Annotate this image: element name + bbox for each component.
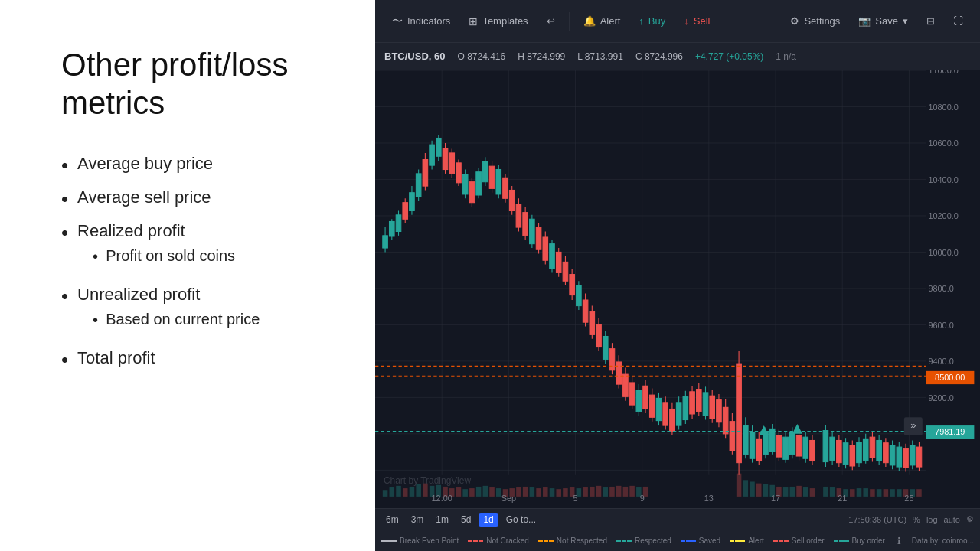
- layout-button[interactable]: ⊟: [919, 11, 942, 31]
- auto-mode[interactable]: auto: [944, 515, 960, 524]
- toolbar-divider: [569, 12, 570, 31]
- svg-rect-217: [536, 488, 541, 497]
- svg-rect-175: [857, 442, 862, 463]
- chart-area[interactable]: 11000.0 10800.0 10600.0 10400.0 10200.0 …: [375, 70, 980, 508]
- svg-rect-150: [769, 429, 775, 451]
- svg-rect-43: [416, 174, 421, 197]
- svg-rect-101: [609, 349, 615, 370]
- goto-button[interactable]: Go to...: [501, 513, 541, 527]
- svg-text:9600.0: 9600.0: [928, 321, 953, 330]
- timeframe-5d[interactable]: 5d: [456, 513, 475, 527]
- alert-button[interactable]: 🔔 Alert: [576, 11, 629, 31]
- svg-rect-238: [763, 484, 769, 497]
- realized-profit-label: Realized profit: [77, 221, 185, 240]
- svg-text:9800.0: 9800.0: [928, 284, 953, 293]
- undo-button[interactable]: ↩: [539, 11, 563, 31]
- svg-rect-61: [476, 172, 482, 195]
- svg-rect-234: [737, 474, 742, 497]
- svg-rect-121: [676, 403, 681, 425]
- legend-buy-order: Buy order: [834, 536, 885, 545]
- svg-rect-163: [810, 441, 815, 461]
- svg-rect-37: [396, 215, 401, 232]
- svg-rect-225: [590, 487, 595, 497]
- timeframe-1d[interactable]: 1d: [479, 513, 498, 527]
- svg-text:Chart by TradingView: Chart by TradingView: [384, 475, 472, 486]
- sub-item-current-price: • Based on current price: [93, 311, 260, 328]
- sell-label: Sell: [694, 15, 710, 27]
- svg-text:5: 5: [573, 494, 577, 503]
- svg-rect-183: [884, 443, 889, 463]
- svg-rect-216: [530, 487, 535, 497]
- legend-info[interactable]: ℹ: [897, 536, 901, 546]
- svg-rect-97: [596, 324, 602, 347]
- slide-panel: Other profit/lossmetrics • Average buy p…: [0, 0, 375, 551]
- svg-rect-41: [410, 193, 415, 211]
- svg-rect-229: [616, 486, 622, 497]
- legend-saved: Saved: [681, 536, 720, 545]
- svg-rect-244: [803, 487, 808, 497]
- svg-rect-221: [563, 488, 568, 497]
- svg-rect-197: [403, 488, 408, 497]
- candle-count: 1 n/a: [776, 51, 796, 62]
- alert-icon: 🔔: [583, 15, 596, 27]
- svg-rect-207: [469, 488, 475, 497]
- total-profit-label: Total profit: [77, 348, 155, 367]
- svg-rect-81: [543, 237, 548, 260]
- settings-button[interactable]: ⚙ Settings: [782, 11, 848, 31]
- timeframe-6m[interactable]: 6m: [381, 513, 403, 527]
- svg-rect-89: [570, 275, 575, 295]
- svg-rect-117: [663, 403, 668, 425]
- chart-settings-icon[interactable]: ⚙: [966, 514, 974, 524]
- profit-sold-coins-label: Profit on sold coins: [106, 247, 235, 265]
- svg-text:11000.0: 11000.0: [928, 70, 958, 75]
- info-icon: ℹ: [897, 536, 901, 546]
- svg-rect-99: [603, 337, 608, 360]
- fullscreen-button[interactable]: ⛶: [946, 11, 971, 31]
- list-item-avg-buy: • Average buy price: [61, 154, 337, 175]
- svg-text:25: 25: [904, 494, 913, 503]
- svg-rect-187: [897, 447, 902, 467]
- price-open: O 8724.416: [457, 51, 505, 62]
- svg-rect-227: [603, 487, 608, 497]
- indicators-button[interactable]: 〜 Indicators: [384, 10, 458, 33]
- unrealized-profit-label: Unrealized profit: [77, 285, 200, 304]
- svg-rect-191: [910, 445, 915, 465]
- svg-rect-209: [483, 486, 488, 497]
- svg-rect-49: [436, 138, 442, 156]
- templates-label: Templates: [482, 15, 528, 27]
- svg-rect-242: [790, 487, 795, 497]
- svg-rect-33: [383, 236, 388, 248]
- bullet-icon: •: [61, 155, 68, 175]
- toolbar-right: ⚙ Settings 📷 Save ▾ ⊟ ⛶: [782, 11, 971, 31]
- svg-rect-75: [523, 213, 528, 236]
- svg-rect-135: [723, 407, 728, 434]
- log-mode[interactable]: log: [926, 515, 938, 524]
- svg-rect-109: [636, 390, 642, 412]
- svg-rect-59: [469, 182, 475, 203]
- percent-mode[interactable]: %: [913, 515, 920, 524]
- undo-icon: ↩: [547, 15, 555, 27]
- svg-rect-0: [375, 70, 980, 508]
- svg-rect-127: [697, 390, 702, 412]
- svg-rect-245: [810, 488, 815, 497]
- templates-button[interactable]: ⊞ Templates: [461, 11, 535, 32]
- buy-button[interactable]: ↑ Buy: [631, 11, 673, 31]
- svg-rect-67: [496, 170, 501, 194]
- legend-alert: Alert: [730, 536, 764, 545]
- fullscreen-icon: ⛶: [953, 15, 963, 27]
- timeframe-3m[interactable]: 3m: [407, 513, 429, 527]
- timeframe-1m[interactable]: 1m: [431, 513, 453, 527]
- alert-label: Alert: [600, 15, 621, 27]
- sell-button[interactable]: ↓ Sell: [676, 11, 717, 31]
- symbol-pair[interactable]: BTC/USD, 60: [384, 51, 445, 62]
- svg-text:17: 17: [771, 494, 780, 503]
- svg-rect-107: [629, 383, 635, 405]
- svg-rect-77: [530, 219, 535, 243]
- save-button[interactable]: 📷 Save ▾: [851, 11, 916, 31]
- save-label: Save: [875, 15, 898, 27]
- svg-text:12:00: 12:00: [432, 494, 452, 503]
- svg-rect-206: [462, 489, 468, 497]
- svg-rect-125: [690, 392, 695, 414]
- svg-rect-199: [416, 484, 421, 497]
- svg-rect-83: [550, 244, 555, 269]
